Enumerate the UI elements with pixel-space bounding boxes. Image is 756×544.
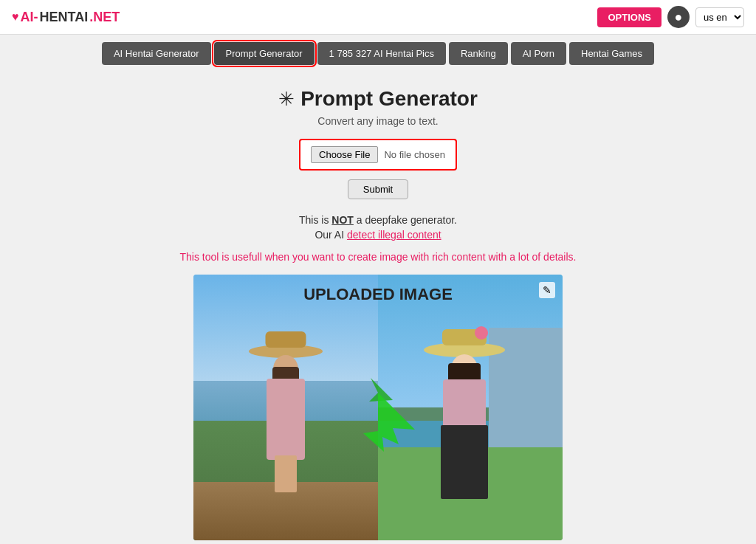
info-line2-pre: Our AI [315, 229, 347, 241]
header-right: OPTIONS ● us en fr de es ja [597, 6, 744, 28]
nav-ai-porn[interactable]: AI Porn [511, 42, 566, 65]
conversion-arrow-icon [319, 348, 437, 466]
choose-file-button[interactable]: Choose File [311, 146, 378, 163]
demo-image-label: UPLOADED IMAGE [303, 285, 453, 304]
nav-prompt-generator[interactable]: Prompt Generator [214, 42, 315, 65]
logo-net-text: .NET [89, 10, 120, 25]
demo-image-container: UPLOADED IMAGE ✎ [193, 275, 563, 540]
subtitle: Convert any image to text. [317, 115, 438, 127]
page-title: Prompt Generator [300, 87, 478, 111]
logo: ♥AI-HENTAI.NET [12, 10, 120, 25]
language-select[interactable]: us en fr de es ja [695, 7, 744, 27]
info-line2: Our AI detect illegal content [299, 229, 457, 241]
info-post-text: a deepfake generator. [354, 214, 457, 226]
info-pre-text: This is [299, 214, 331, 226]
nav-ai-hentai-pics[interactable]: 1 785 327 AI Hentai Pics [317, 42, 446, 65]
options-button[interactable]: OPTIONS [597, 7, 662, 27]
info-not-text: NOT [331, 214, 354, 226]
edit-icon[interactable]: ✎ [539, 282, 555, 298]
file-input-wrapper: Choose File No file chosen [299, 139, 457, 171]
info-block: This is NOT a deepfake generator. Our AI… [299, 214, 457, 244]
submit-button[interactable]: Submit [348, 179, 408, 199]
header: ♥AI-HENTAI.NET OPTIONS ● us en fr de es … [0, 0, 756, 35]
nav-ai-hentai-generator[interactable]: AI Hentai Generator [102, 42, 211, 65]
file-status-label: No file chosen [384, 149, 444, 160]
main-content: ✳ Prompt Generator Convert any image to … [0, 72, 756, 544]
nav-bar: AI Hentai Generator Prompt Generator 1 7… [0, 35, 756, 72]
nav-ranking[interactable]: Ranking [449, 42, 508, 65]
logo-heart-icon: ♥ [12, 10, 19, 24]
logo-hentai-text: HENTAI [40, 10, 89, 25]
page-title-row: ✳ Prompt Generator [278, 87, 478, 111]
account-icon[interactable]: ● [667, 6, 690, 28]
info-line1: This is NOT a deepfake generator. [299, 214, 457, 226]
figure-left [260, 352, 312, 492]
detect-illegal-link[interactable]: detect illegal content [347, 229, 441, 241]
nav-hentai-games[interactable]: Hentai Games [569, 42, 654, 65]
wand-icon: ✳ [278, 88, 295, 111]
logo-ai-text: AI- [21, 10, 38, 25]
figure-right [435, 351, 494, 514]
tool-info-text: This tool is usefull when you want to cr… [180, 251, 577, 263]
